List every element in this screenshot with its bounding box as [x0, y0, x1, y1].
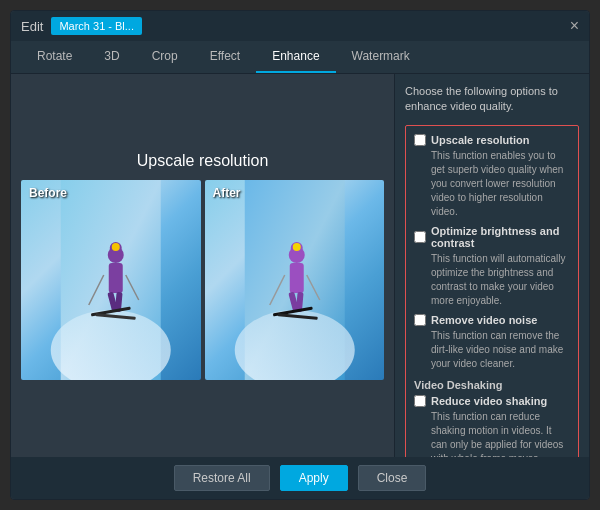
deshake-section-title: Video Deshaking — [414, 379, 570, 391]
noise-label: Remove video noise — [431, 314, 537, 326]
file-tab[interactable]: March 31 - Bl... — [51, 17, 142, 35]
preview-title: Upscale resolution — [137, 152, 269, 170]
preview-images: Before — [21, 180, 384, 380]
tab-watermark[interactable]: Watermark — [336, 41, 426, 73]
svg-rect-15 — [289, 263, 303, 293]
upscale-desc: This function enables you to get superb … — [431, 149, 570, 219]
edit-window: Edit March 31 - Bl... × Rotate 3D Crop E… — [10, 10, 590, 500]
upscale-option: Upscale resolution This function enables… — [414, 134, 570, 219]
title-bar: Edit March 31 - Bl... × — [11, 11, 589, 41]
close-button[interactable]: Close — [358, 465, 427, 491]
noise-option: Remove video noise This function can rem… — [414, 314, 570, 371]
before-preview: Before — [21, 180, 201, 380]
tab-enhance[interactable]: Enhance — [256, 41, 335, 73]
deshake-desc: This function can reduce shaking motion … — [431, 410, 570, 457]
restore-all-button[interactable]: Restore All — [174, 465, 270, 491]
svg-point-5 — [112, 243, 120, 251]
preview-section: Upscale resolution Before — [11, 74, 394, 457]
close-window-button[interactable]: × — [570, 18, 579, 34]
after-label: After — [213, 186, 241, 200]
before-label: Before — [29, 186, 67, 200]
noise-desc: This function can remove the dirt-like v… — [431, 329, 570, 371]
content-area: Upscale resolution Before — [11, 74, 589, 457]
upscale-label-row: Upscale resolution — [414, 134, 570, 146]
options-header: Choose the following options to enhance … — [405, 84, 579, 115]
apply-button[interactable]: Apply — [280, 465, 348, 491]
nav-tabs: Rotate 3D Crop Effect Enhance Watermark — [11, 41, 589, 74]
brightness-option: Optimize brightness and contrast This fu… — [414, 225, 570, 308]
svg-rect-3 — [109, 263, 123, 293]
tab-rotate[interactable]: Rotate — [21, 41, 88, 73]
brightness-label: Optimize brightness and contrast — [431, 225, 570, 249]
enhance-options-group: Upscale resolution This function enables… — [405, 125, 579, 457]
tab-3d[interactable]: 3D — [88, 41, 135, 73]
tab-effect[interactable]: Effect — [194, 41, 256, 73]
noise-label-row: Remove video noise — [414, 314, 570, 326]
svg-point-17 — [292, 243, 300, 251]
brightness-label-row: Optimize brightness and contrast — [414, 225, 570, 249]
brightness-checkbox[interactable] — [414, 231, 426, 243]
options-panel: Choose the following options to enhance … — [394, 74, 589, 457]
tab-crop[interactable]: Crop — [136, 41, 194, 73]
upscale-label: Upscale resolution — [431, 134, 529, 146]
window-title: Edit — [21, 19, 43, 34]
before-ski-image — [21, 180, 201, 380]
brightness-desc: This function will automatically optimiz… — [431, 252, 570, 308]
after-preview: After — [205, 180, 385, 380]
title-bar-left: Edit March 31 - Bl... — [21, 17, 142, 35]
bottom-bar: Restore All Apply Close — [11, 457, 589, 499]
noise-checkbox[interactable] — [414, 314, 426, 326]
upscale-checkbox[interactable] — [414, 134, 426, 146]
after-ski-image — [205, 180, 385, 380]
deshake-label: Reduce video shaking — [431, 395, 547, 407]
deshake-label-row: Reduce video shaking — [414, 395, 570, 407]
deshake-option: Reduce video shaking This function can r… — [414, 395, 570, 457]
deshake-checkbox[interactable] — [414, 395, 426, 407]
